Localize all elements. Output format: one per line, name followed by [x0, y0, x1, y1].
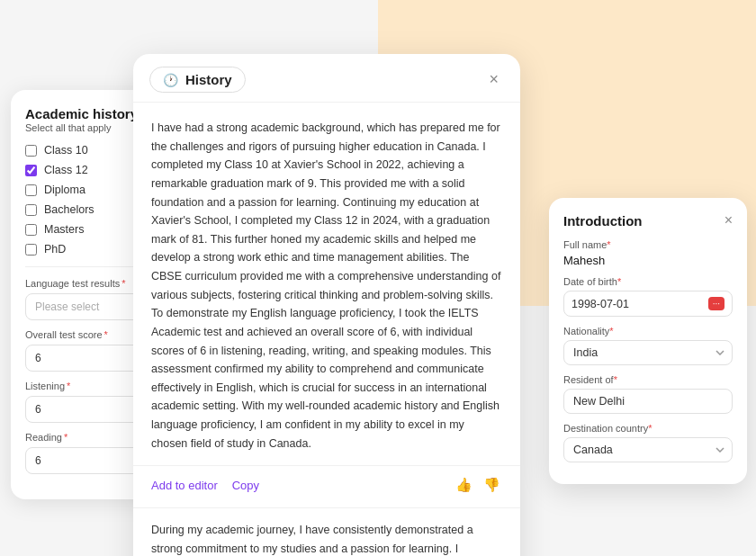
resident-of-label: Resident of* [563, 374, 733, 385]
nationality-label: Nationality* [563, 326, 733, 336]
dob-value: 1998-07-01 [572, 298, 629, 310]
destination-country-select[interactable]: Canada [563, 437, 733, 462]
dob-field-row: 1998-07-01 ··· [563, 291, 733, 317]
history-modal-content: I have had a strong academic background,… [133, 103, 520, 465]
checkbox-diploma-label: Diploma [44, 184, 86, 196]
checkbox-bachelors-input[interactable] [25, 204, 37, 216]
introduction-panel: Introduction × Full name* Mahesh Date of… [549, 198, 747, 484]
dob-label: Date of birth* [563, 276, 733, 287]
nationality-select[interactable]: India [563, 340, 733, 365]
history-modal-title: History [185, 72, 232, 87]
history-modal-content-2: During my academic journey, I have consi… [133, 508, 520, 556]
history-paragraph-2: During my academic journey, I have consi… [151, 521, 502, 556]
destination-country-label: Destination country* [563, 423, 733, 434]
thumbs-down-icon[interactable]: 👎 [482, 475, 502, 495]
history-modal: 🕐 History × I have had a strong academic… [133, 54, 520, 556]
checkbox-class10-label: Class 10 [44, 144, 88, 157]
intro-title: Introduction [563, 213, 642, 229]
checkbox-class12-input[interactable] [25, 165, 37, 176]
checkbox-masters-input[interactable] [25, 224, 37, 236]
full-name-label: Full name* [563, 239, 733, 250]
history-modal-actions: Add to editor Copy 👍 👎 [133, 465, 520, 507]
history-paragraph-1: I have had a strong academic background,… [151, 119, 502, 453]
checkbox-class10-input[interactable] [25, 145, 37, 157]
resident-of-value: New Delhi [563, 389, 733, 414]
checkbox-phd-input[interactable] [25, 244, 37, 256]
add-to-editor-button[interactable]: Add to editor [151, 479, 218, 492]
history-icon: 🕐 [163, 73, 178, 87]
history-modal-close[interactable]: × [483, 68, 504, 91]
checkbox-bachelors-label: Bachelors [44, 203, 94, 216]
checkbox-phd-label: PhD [44, 243, 66, 256]
calendar-icon: ··· [708, 297, 724, 310]
action-icons: 👍 👎 [454, 475, 502, 495]
full-name-value: Mahesh [563, 254, 733, 267]
thumbs-up-icon[interactable]: 👍 [454, 475, 474, 495]
checkbox-diploma-input[interactable] [25, 184, 37, 196]
checkbox-masters-label: Masters [44, 223, 84, 236]
intro-header: Introduction × [563, 212, 733, 229]
intro-close-button[interactable]: × [724, 212, 733, 229]
copy-button[interactable]: Copy [232, 479, 259, 492]
checkbox-class12-label: Class 12 [44, 164, 88, 176]
history-title-wrap: 🕐 History [149, 67, 246, 93]
academic-panel-title: Academic history [25, 106, 138, 121]
history-modal-header: 🕐 History × [133, 54, 520, 103]
